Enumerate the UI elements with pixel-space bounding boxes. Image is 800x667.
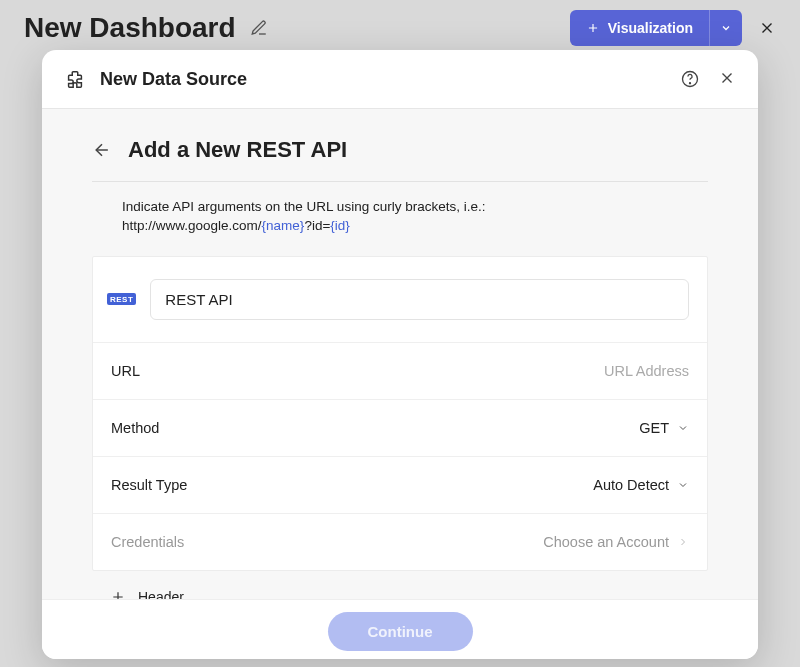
help-icon[interactable] <box>680 69 700 89</box>
modal-close-icon[interactable] <box>718 69 736 89</box>
credentials-select[interactable]: Choose an Account <box>543 534 689 550</box>
result-type-select[interactable]: Auto Detect <box>593 477 689 493</box>
name-row: REST <box>93 257 707 343</box>
visualization-button[interactable]: Visualization <box>570 10 709 46</box>
data-source-name-input[interactable] <box>150 279 689 320</box>
method-label: Method <box>111 420 159 436</box>
page-title: New Dashboard <box>24 12 236 44</box>
back-arrow-icon[interactable] <box>92 140 112 160</box>
add-header-button[interactable]: Header <box>92 571 708 599</box>
close-icon[interactable] <box>758 19 776 37</box>
form-card: REST URL URL Address Method GET Result T… <box>92 256 708 571</box>
modal-footer: Continue <box>42 599 758 659</box>
add-header-label: Header <box>138 589 184 599</box>
page-header: New Dashboard Visualization <box>0 0 800 48</box>
chevron-right-icon <box>677 536 689 548</box>
visualization-dropdown[interactable] <box>709 10 742 46</box>
edit-icon[interactable] <box>250 19 268 37</box>
url-placeholder[interactable]: URL Address <box>604 363 689 379</box>
url-label: URL <box>111 363 140 379</box>
method-select[interactable]: GET <box>639 420 689 436</box>
chevron-down-icon <box>677 479 689 491</box>
header-right: Visualization <box>570 10 776 46</box>
url-row[interactable]: URL URL Address <box>93 343 707 400</box>
plus-icon <box>110 589 126 599</box>
hint-token-id: {id} <box>330 218 350 233</box>
hint-token-name: {name} <box>262 218 305 233</box>
hint-text: Indicate API arguments on the URL using … <box>122 198 708 236</box>
section-title: Add a New REST API <box>128 137 347 163</box>
modal-title: New Data Source <box>100 69 247 90</box>
section-header: Add a New REST API <box>92 137 708 182</box>
modal-body: Add a New REST API Indicate API argument… <box>42 109 758 599</box>
hint-line2: http://www.google.com/{name}?id={id} <box>122 217 708 236</box>
result-type-row[interactable]: Result Type Auto Detect <box>93 457 707 514</box>
visualization-button-label: Visualization <box>608 20 693 36</box>
chevron-down-icon <box>677 422 689 434</box>
credentials-label: Credentials <box>111 534 184 550</box>
visualization-split-button: Visualization <box>570 10 742 46</box>
hint-line1: Indicate API arguments on the URL using … <box>122 198 708 217</box>
svg-point-1 <box>690 83 691 84</box>
method-row[interactable]: Method GET <box>93 400 707 457</box>
puzzle-icon <box>64 68 86 90</box>
new-data-source-modal: New Data Source Add a New REST API Indic… <box>42 50 758 659</box>
modal-header: New Data Source <box>42 50 758 109</box>
rest-badge: REST <box>107 293 136 305</box>
continue-button[interactable]: Continue <box>328 612 473 651</box>
result-type-label: Result Type <box>111 477 187 493</box>
credentials-row[interactable]: Credentials Choose an Account <box>93 514 707 570</box>
